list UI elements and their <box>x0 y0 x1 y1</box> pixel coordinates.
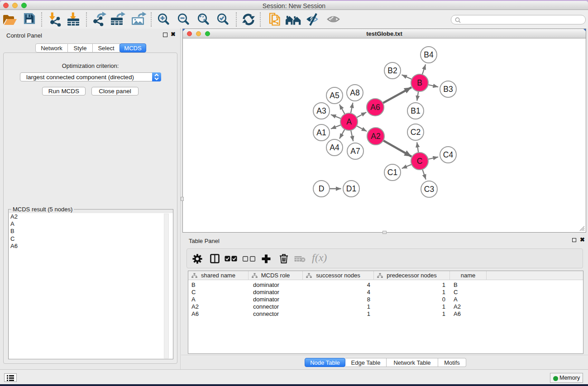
svg-text:C4: C4 <box>443 150 454 159</box>
svg-text:B2: B2 <box>387 66 397 75</box>
svg-text:A8: A8 <box>350 88 359 97</box>
svg-text:B: B <box>417 78 422 87</box>
svg-text:B1: B1 <box>411 106 420 115</box>
svg-text:A7: A7 <box>350 147 360 156</box>
svg-text:A2: A2 <box>371 132 380 141</box>
svg-text:A4: A4 <box>330 143 339 152</box>
svg-text:C: C <box>417 157 423 166</box>
svg-text:A: A <box>346 117 352 126</box>
svg-text:A1: A1 <box>316 128 326 137</box>
svg-text:A3: A3 <box>316 106 326 115</box>
svg-text:D: D <box>319 184 325 193</box>
svg-text:D1: D1 <box>346 184 356 193</box>
svg-text:A6: A6 <box>370 103 380 112</box>
svg-text:B3: B3 <box>443 85 453 94</box>
svg-text:C3: C3 <box>424 185 434 194</box>
svg-text:A5: A5 <box>330 91 339 100</box>
svg-text:C2: C2 <box>411 128 421 137</box>
svg-text:C1: C1 <box>387 168 397 177</box>
svg-text:B4: B4 <box>424 50 434 59</box>
